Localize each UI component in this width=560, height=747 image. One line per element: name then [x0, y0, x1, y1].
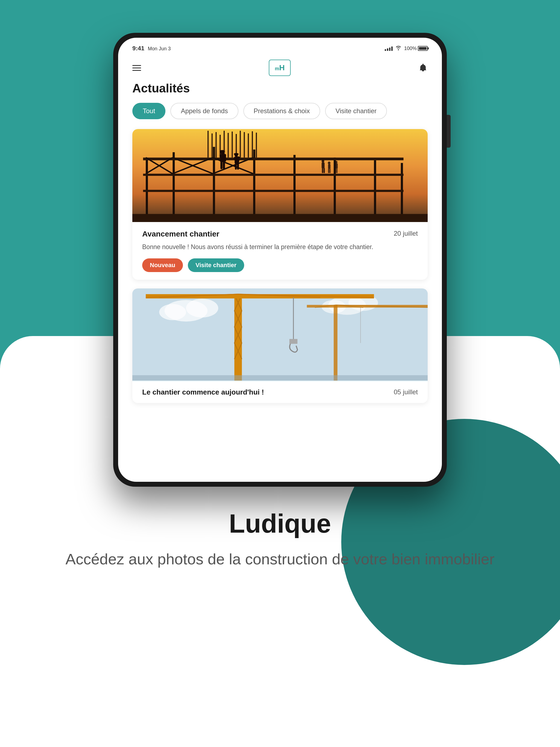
battery-percent: 100% [404, 46, 417, 51]
svg-rect-18 [212, 133, 213, 157]
app-content: Actualités Tout Appels de fonds Prestati… [118, 81, 442, 482]
menu-button[interactable] [132, 65, 141, 71]
news-card-1-date: 20 juillet [394, 230, 418, 237]
svg-rect-1 [173, 152, 175, 222]
tablet-device: 9:41 Mon Jun 3 100% [113, 33, 447, 487]
tag-nouveau: Nouveau [142, 258, 183, 272]
status-time-date: 9:41 Mon Jun 3 [132, 45, 171, 52]
svg-rect-45 [322, 162, 325, 169]
news-card-2-date: 05 juillet [394, 388, 418, 396]
battery-indicator: 100% [404, 46, 428, 51]
svg-point-38 [234, 153, 239, 155]
news-card-2-bottom: Le chantier commence aujourd'hui ! 05 ju… [132, 381, 428, 403]
svg-rect-26 [244, 132, 245, 157]
svg-rect-86 [132, 375, 428, 381]
svg-rect-23 [232, 131, 233, 157]
svg-rect-25 [240, 131, 241, 157]
app-header: mH [118, 54, 442, 81]
status-icons: 100% [385, 45, 428, 52]
news-card-1[interactable]: Avancement chantier 20 juillet Bonne nou… [132, 129, 428, 280]
filter-tab-appels[interactable]: Appels de fonds [170, 103, 238, 119]
svg-rect-55 [336, 169, 337, 173]
svg-rect-43 [237, 163, 239, 170]
svg-rect-54 [335, 169, 336, 173]
notification-button[interactable] [418, 63, 428, 73]
filter-tab-tout[interactable]: Tout [132, 103, 166, 119]
svg-rect-51 [330, 169, 331, 173]
svg-rect-35 [221, 162, 223, 169]
wifi-icon [396, 45, 401, 52]
news-card-2-image [132, 288, 428, 381]
bottom-section: Ludique Accédez aux photos de la constru… [11, 509, 549, 570]
svg-rect-3 [253, 150, 255, 222]
logo-h: H [279, 63, 285, 72]
svg-point-48 [328, 162, 331, 164]
svg-rect-50 [328, 169, 329, 173]
svg-point-60 [159, 304, 186, 320]
app-logo: mH [269, 60, 291, 76]
svg-rect-56 [132, 214, 428, 222]
svg-rect-20 [220, 135, 221, 157]
svg-rect-79 [289, 339, 297, 344]
filter-tab-visite[interactable]: Visite chantier [325, 103, 387, 119]
page-title: Actualités [132, 81, 428, 95]
svg-rect-19 [215, 132, 217, 157]
svg-rect-28 [252, 131, 253, 157]
status-bar: 9:41 Mon Jun 3 100% [118, 38, 442, 54]
svg-point-59 [186, 299, 218, 317]
svg-rect-42 [235, 163, 237, 170]
svg-rect-4 [294, 155, 296, 222]
tablet-frame: 9:41 Mon Jun 3 100% [113, 33, 447, 487]
news-card-1-tags: Nouveau Visite chantier [142, 258, 418, 272]
svg-rect-8 [143, 157, 403, 160]
svg-rect-9 [143, 174, 403, 176]
svg-rect-27 [248, 133, 249, 157]
news-card-2-title: Le chantier commence aujourd'hui ! [142, 388, 264, 396]
svg-point-31 [220, 150, 225, 153]
tablet-screen: 9:41 Mon Jun 3 100% [118, 38, 442, 482]
signal-icon [385, 46, 393, 51]
svg-rect-80 [334, 305, 337, 381]
svg-rect-17 [207, 131, 209, 157]
news-card-2[interactable]: Le chantier commence aujourd'hui ! 05 ju… [132, 288, 428, 403]
bottom-subtext: Accédez aux photos de la construction de… [66, 548, 495, 570]
tag-visite-chantier: Visite chantier [188, 258, 244, 272]
svg-rect-29 [256, 133, 257, 157]
news-card-1-body: Avancement chantier 20 juillet Bonne nou… [132, 222, 428, 280]
svg-rect-49 [328, 164, 331, 169]
svg-rect-34 [223, 154, 226, 162]
svg-rect-46 [322, 168, 323, 173]
svg-rect-47 [324, 168, 325, 173]
filter-tab-prestations[interactable]: Prestations & choix [244, 103, 320, 119]
svg-rect-36 [223, 162, 225, 169]
news-card-1-description: Bonne nouvelle ! Nous avons réussi à ter… [142, 242, 418, 252]
filter-tabs: Tout Appels de fonds Prestations & choix… [132, 103, 428, 119]
news-card-1-title: Avancement chantier [142, 230, 219, 238]
logo-m: m [275, 66, 279, 71]
svg-rect-22 [228, 133, 229, 157]
status-time: 9:41 [132, 45, 144, 52]
battery-icon [418, 46, 428, 51]
svg-point-44 [322, 159, 324, 163]
news-card-1-image [132, 129, 428, 222]
svg-rect-7 [401, 163, 403, 222]
svg-rect-10 [143, 190, 403, 192]
svg-point-52 [335, 161, 337, 163]
news-card-1-header: Avancement chantier 20 juillet [142, 230, 418, 238]
status-date: Mon Jun 3 [148, 46, 171, 51]
bottom-heading: Ludique [66, 509, 495, 539]
svg-rect-53 [335, 163, 338, 169]
